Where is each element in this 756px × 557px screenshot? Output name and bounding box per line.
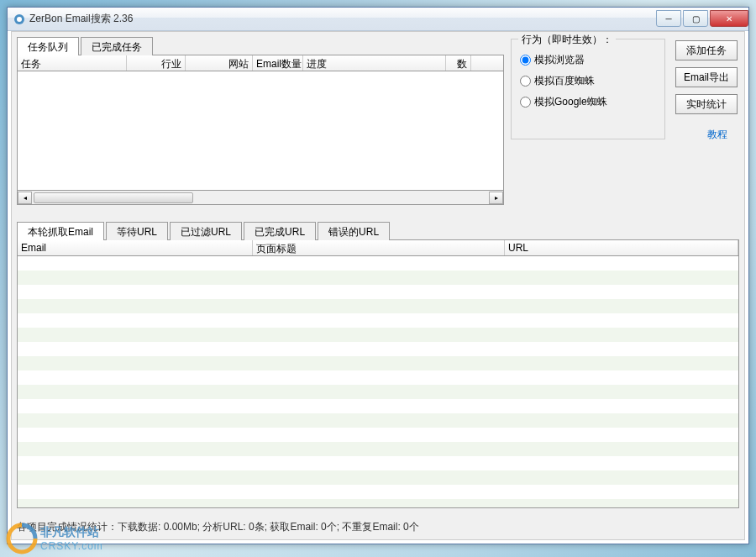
minimize-button[interactable]: ─ xyxy=(656,10,681,27)
table-row xyxy=(18,356,738,370)
close-button[interactable]: ✕ xyxy=(710,10,748,27)
top-right-panel: 行为（即时生效）： 模拟浏览器 模拟百度蜘蛛 模拟Google蜘蛛 xyxy=(504,37,739,205)
table-row xyxy=(18,313,738,328)
scroll-right-arrow[interactable]: ▸ xyxy=(489,192,503,204)
email-export-button[interactable]: Email导出 xyxy=(675,67,738,87)
titlebar[interactable]: ZerBon Email搜索 2.36 ─ ▢ ✕ xyxy=(8,8,748,31)
col-count[interactable]: 数 xyxy=(446,55,471,71)
svg-point-1 xyxy=(17,17,22,22)
table-row xyxy=(18,470,738,485)
window-controls: ─ ▢ ✕ xyxy=(656,11,748,27)
table-row xyxy=(18,399,738,413)
watermark-line1: 非凡软件站 xyxy=(40,525,103,540)
col-url[interactable]: URL xyxy=(505,240,738,255)
tab-waiting-url[interactable]: 等待URL xyxy=(106,222,168,240)
top-area: 任务队列 已完成任务 任务 行业 网站 Email数量 进度 数 ◂ xyxy=(17,37,739,205)
bottom-table-body[interactable] xyxy=(17,256,739,508)
table-row xyxy=(18,485,738,499)
radio-google-input[interactable] xyxy=(520,97,531,108)
bottom-area: 本轮抓取Email 等待URL 已过滤URL 已完成URL 错误的URL Ema… xyxy=(17,222,739,508)
task-table-header: 任务 行业 网站 Email数量 进度 数 xyxy=(17,55,504,71)
table-row xyxy=(18,285,738,299)
client-area: 任务队列 已完成任务 任务 行业 网站 Email数量 进度 数 ◂ xyxy=(11,31,745,540)
col-website[interactable]: 网站 xyxy=(186,55,253,71)
radio-google-spider[interactable]: 模拟Google蜘蛛 xyxy=(520,95,656,109)
table-row xyxy=(18,342,738,356)
status-bar: 各项目完成情况统计：下载数据: 0.00Mb; 分析URL: 0条; 获取Ema… xyxy=(17,520,739,534)
table-row xyxy=(18,385,738,399)
radio-browser-input[interactable] xyxy=(520,55,531,66)
app-window: ZerBon Email搜索 2.36 ─ ▢ ✕ 任务队列 已完成任务 任务 … xyxy=(7,7,749,544)
watermark-logo-icon xyxy=(5,522,39,555)
radio-baidu-spider[interactable]: 模拟百度蜘蛛 xyxy=(520,74,656,88)
window-title: ZerBon Email搜索 2.36 xyxy=(29,12,656,26)
col-email-count[interactable]: Email数量 xyxy=(253,55,303,71)
table-row xyxy=(18,499,738,508)
behavior-legend: 行为（即时生效）： xyxy=(518,33,616,47)
task-hscrollbar[interactable]: ◂ ▸ xyxy=(17,191,504,205)
table-row xyxy=(18,271,738,285)
maximize-button[interactable]: ▢ xyxy=(683,10,708,27)
col-email[interactable]: Email xyxy=(18,240,253,255)
behavior-group: 行为（即时生效）： 模拟浏览器 模拟百度蜘蛛 模拟Google蜘蛛 xyxy=(511,39,665,139)
tab-filtered-url[interactable]: 已过滤URL xyxy=(170,222,242,240)
radio-browser[interactable]: 模拟浏览器 xyxy=(520,53,656,67)
col-industry[interactable]: 行业 xyxy=(127,55,186,71)
realtime-stats-button[interactable]: 实时统计 xyxy=(675,94,738,114)
bottom-tabs: 本轮抓取Email 等待URL 已过滤URL 已完成URL 错误的URL xyxy=(17,222,739,240)
watermark-line2: CRSKY.com xyxy=(40,540,103,552)
top-tabs: 任务队列 已完成任务 xyxy=(17,37,504,55)
col-page-title[interactable]: 页面标题 xyxy=(253,240,505,255)
radio-baidu-input[interactable] xyxy=(520,76,531,87)
table-row xyxy=(18,370,738,385)
watermark: 非凡软件站 CRSKY.com xyxy=(5,522,103,555)
table-row xyxy=(18,299,738,313)
tab-task-queue[interactable]: 任务队列 xyxy=(17,37,79,55)
table-row xyxy=(18,328,738,342)
right-buttons: 添加任务 Email导出 实时统计 教程 xyxy=(665,37,739,205)
tab-email-this-round[interactable]: 本轮抓取Email xyxy=(17,222,104,240)
tab-error-url[interactable]: 错误的URL xyxy=(318,222,390,240)
scroll-thumb[interactable] xyxy=(34,192,193,203)
scroll-left-arrow[interactable]: ◂ xyxy=(18,192,32,204)
tab-completed-url[interactable]: 已完成URL xyxy=(244,222,316,240)
task-table-body[interactable] xyxy=(17,71,504,191)
tutorial-link[interactable]: 教程 xyxy=(675,128,727,142)
bottom-table-header: Email 页面标题 URL xyxy=(17,239,739,256)
col-progress[interactable]: 进度 xyxy=(303,55,446,71)
table-row xyxy=(18,413,738,428)
task-panel: 任务队列 已完成任务 任务 行业 网站 Email数量 进度 数 ◂ xyxy=(17,37,504,205)
scroll-track[interactable] xyxy=(32,192,489,204)
tab-completed-tasks[interactable]: 已完成任务 xyxy=(81,37,153,55)
table-row xyxy=(18,256,738,271)
app-icon xyxy=(13,13,26,26)
table-row xyxy=(18,442,738,456)
add-task-button[interactable]: 添加任务 xyxy=(675,40,738,60)
table-row xyxy=(18,428,738,442)
col-task[interactable]: 任务 xyxy=(18,55,127,71)
table-row xyxy=(18,456,738,470)
watermark-text: 非凡软件站 CRSKY.com xyxy=(40,525,103,552)
